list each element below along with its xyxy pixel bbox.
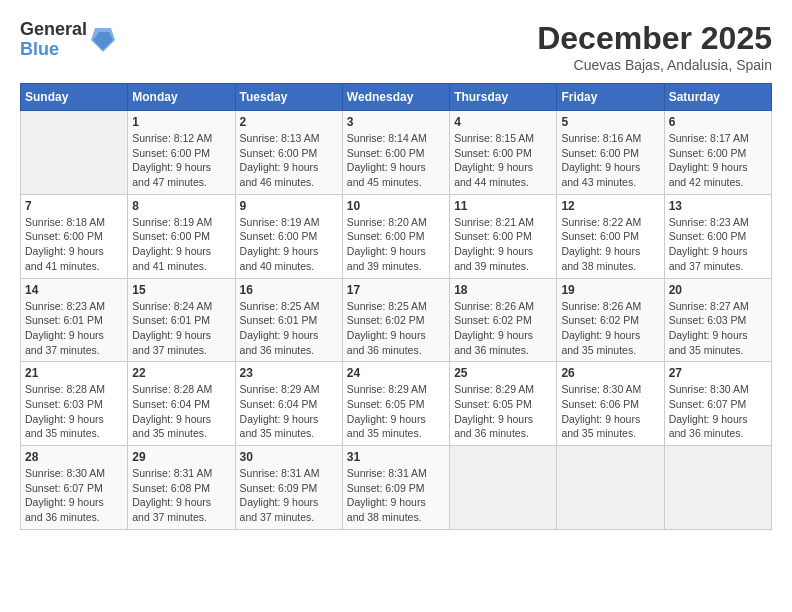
day-number: 1 — [132, 115, 230, 129]
column-header-saturday: Saturday — [664, 84, 771, 111]
calendar-cell: 30Sunrise: 8:31 AM Sunset: 6:09 PM Dayli… — [235, 446, 342, 530]
calendar-cell: 18Sunrise: 8:26 AM Sunset: 6:02 PM Dayli… — [450, 278, 557, 362]
calendar-cell: 31Sunrise: 8:31 AM Sunset: 6:09 PM Dayli… — [342, 446, 449, 530]
day-detail: Sunrise: 8:12 AM Sunset: 6:00 PM Dayligh… — [132, 131, 230, 190]
column-header-tuesday: Tuesday — [235, 84, 342, 111]
day-detail: Sunrise: 8:16 AM Sunset: 6:00 PM Dayligh… — [561, 131, 659, 190]
title-section: December 2025 Cuevas Bajas, Andalusia, S… — [537, 20, 772, 73]
day-detail: Sunrise: 8:29 AM Sunset: 6:04 PM Dayligh… — [240, 382, 338, 441]
day-number: 19 — [561, 283, 659, 297]
calendar-cell: 27Sunrise: 8:30 AM Sunset: 6:07 PM Dayli… — [664, 362, 771, 446]
calendar-header-row: SundayMondayTuesdayWednesdayThursdayFrid… — [21, 84, 772, 111]
day-number: 14 — [25, 283, 123, 297]
day-detail: Sunrise: 8:30 AM Sunset: 6:06 PM Dayligh… — [561, 382, 659, 441]
calendar-cell: 15Sunrise: 8:24 AM Sunset: 6:01 PM Dayli… — [128, 278, 235, 362]
day-detail: Sunrise: 8:30 AM Sunset: 6:07 PM Dayligh… — [669, 382, 767, 441]
day-detail: Sunrise: 8:17 AM Sunset: 6:00 PM Dayligh… — [669, 131, 767, 190]
day-number: 12 — [561, 199, 659, 213]
day-detail: Sunrise: 8:15 AM Sunset: 6:00 PM Dayligh… — [454, 131, 552, 190]
calendar-cell: 10Sunrise: 8:20 AM Sunset: 6:00 PM Dayli… — [342, 194, 449, 278]
calendar-week-5: 28Sunrise: 8:30 AM Sunset: 6:07 PM Dayli… — [21, 446, 772, 530]
day-number: 9 — [240, 199, 338, 213]
day-detail: Sunrise: 8:23 AM Sunset: 6:00 PM Dayligh… — [669, 215, 767, 274]
calendar-cell: 4Sunrise: 8:15 AM Sunset: 6:00 PM Daylig… — [450, 111, 557, 195]
column-header-wednesday: Wednesday — [342, 84, 449, 111]
day-detail: Sunrise: 8:29 AM Sunset: 6:05 PM Dayligh… — [454, 382, 552, 441]
logo: General Blue — [20, 20, 115, 60]
day-detail: Sunrise: 8:31 AM Sunset: 6:09 PM Dayligh… — [347, 466, 445, 525]
column-header-sunday: Sunday — [21, 84, 128, 111]
calendar-cell — [664, 446, 771, 530]
day-detail: Sunrise: 8:25 AM Sunset: 6:01 PM Dayligh… — [240, 299, 338, 358]
calendar-cell: 14Sunrise: 8:23 AM Sunset: 6:01 PM Dayli… — [21, 278, 128, 362]
day-number: 6 — [669, 115, 767, 129]
calendar-cell — [557, 446, 664, 530]
day-number: 7 — [25, 199, 123, 213]
day-number: 10 — [347, 199, 445, 213]
calendar-cell: 2Sunrise: 8:13 AM Sunset: 6:00 PM Daylig… — [235, 111, 342, 195]
calendar-week-1: 1Sunrise: 8:12 AM Sunset: 6:00 PM Daylig… — [21, 111, 772, 195]
day-detail: Sunrise: 8:13 AM Sunset: 6:00 PM Dayligh… — [240, 131, 338, 190]
day-number: 11 — [454, 199, 552, 213]
calendar-cell: 12Sunrise: 8:22 AM Sunset: 6:00 PM Dayli… — [557, 194, 664, 278]
day-detail: Sunrise: 8:21 AM Sunset: 6:00 PM Dayligh… — [454, 215, 552, 274]
day-detail: Sunrise: 8:31 AM Sunset: 6:08 PM Dayligh… — [132, 466, 230, 525]
day-detail: Sunrise: 8:18 AM Sunset: 6:00 PM Dayligh… — [25, 215, 123, 274]
calendar-cell — [450, 446, 557, 530]
calendar-cell: 11Sunrise: 8:21 AM Sunset: 6:00 PM Dayli… — [450, 194, 557, 278]
day-detail: Sunrise: 8:27 AM Sunset: 6:03 PM Dayligh… — [669, 299, 767, 358]
day-number: 16 — [240, 283, 338, 297]
day-number: 22 — [132, 366, 230, 380]
calendar-table: SundayMondayTuesdayWednesdayThursdayFrid… — [20, 83, 772, 530]
calendar-cell: 8Sunrise: 8:19 AM Sunset: 6:00 PM Daylig… — [128, 194, 235, 278]
day-detail: Sunrise: 8:22 AM Sunset: 6:00 PM Dayligh… — [561, 215, 659, 274]
calendar-cell: 3Sunrise: 8:14 AM Sunset: 6:00 PM Daylig… — [342, 111, 449, 195]
column-header-thursday: Thursday — [450, 84, 557, 111]
logo-general: General — [20, 20, 87, 40]
day-detail: Sunrise: 8:26 AM Sunset: 6:02 PM Dayligh… — [561, 299, 659, 358]
calendar-cell: 29Sunrise: 8:31 AM Sunset: 6:08 PM Dayli… — [128, 446, 235, 530]
calendar-cell: 9Sunrise: 8:19 AM Sunset: 6:00 PM Daylig… — [235, 194, 342, 278]
calendar-cell: 26Sunrise: 8:30 AM Sunset: 6:06 PM Dayli… — [557, 362, 664, 446]
day-number: 26 — [561, 366, 659, 380]
calendar-cell: 13Sunrise: 8:23 AM Sunset: 6:00 PM Dayli… — [664, 194, 771, 278]
day-number: 21 — [25, 366, 123, 380]
calendar-cell: 7Sunrise: 8:18 AM Sunset: 6:00 PM Daylig… — [21, 194, 128, 278]
day-number: 30 — [240, 450, 338, 464]
calendar-cell: 21Sunrise: 8:28 AM Sunset: 6:03 PM Dayli… — [21, 362, 128, 446]
day-number: 29 — [132, 450, 230, 464]
day-number: 8 — [132, 199, 230, 213]
day-number: 4 — [454, 115, 552, 129]
day-detail: Sunrise: 8:28 AM Sunset: 6:04 PM Dayligh… — [132, 382, 230, 441]
calendar-cell — [21, 111, 128, 195]
day-number: 5 — [561, 115, 659, 129]
logo-blue: Blue — [20, 40, 87, 60]
calendar-cell: 1Sunrise: 8:12 AM Sunset: 6:00 PM Daylig… — [128, 111, 235, 195]
day-number: 27 — [669, 366, 767, 380]
calendar-cell: 22Sunrise: 8:28 AM Sunset: 6:04 PM Dayli… — [128, 362, 235, 446]
day-number: 17 — [347, 283, 445, 297]
day-number: 20 — [669, 283, 767, 297]
day-detail: Sunrise: 8:19 AM Sunset: 6:00 PM Dayligh… — [240, 215, 338, 274]
calendar-cell: 24Sunrise: 8:29 AM Sunset: 6:05 PM Dayli… — [342, 362, 449, 446]
calendar-cell: 5Sunrise: 8:16 AM Sunset: 6:00 PM Daylig… — [557, 111, 664, 195]
calendar-cell: 25Sunrise: 8:29 AM Sunset: 6:05 PM Dayli… — [450, 362, 557, 446]
calendar-cell: 17Sunrise: 8:25 AM Sunset: 6:02 PM Dayli… — [342, 278, 449, 362]
day-number: 18 — [454, 283, 552, 297]
calendar-cell: 28Sunrise: 8:30 AM Sunset: 6:07 PM Dayli… — [21, 446, 128, 530]
calendar-week-2: 7Sunrise: 8:18 AM Sunset: 6:00 PM Daylig… — [21, 194, 772, 278]
calendar-cell: 23Sunrise: 8:29 AM Sunset: 6:04 PM Dayli… — [235, 362, 342, 446]
day-detail: Sunrise: 8:19 AM Sunset: 6:00 PM Dayligh… — [132, 215, 230, 274]
day-number: 28 — [25, 450, 123, 464]
calendar-cell: 16Sunrise: 8:25 AM Sunset: 6:01 PM Dayli… — [235, 278, 342, 362]
day-detail: Sunrise: 8:25 AM Sunset: 6:02 PM Dayligh… — [347, 299, 445, 358]
day-number: 13 — [669, 199, 767, 213]
day-number: 24 — [347, 366, 445, 380]
calendar-week-3: 14Sunrise: 8:23 AM Sunset: 6:01 PM Dayli… — [21, 278, 772, 362]
day-number: 15 — [132, 283, 230, 297]
day-number: 3 — [347, 115, 445, 129]
day-detail: Sunrise: 8:20 AM Sunset: 6:00 PM Dayligh… — [347, 215, 445, 274]
day-detail: Sunrise: 8:31 AM Sunset: 6:09 PM Dayligh… — [240, 466, 338, 525]
page-header: General Blue December 2025 Cuevas Bajas,… — [20, 20, 772, 73]
subtitle: Cuevas Bajas, Andalusia, Spain — [537, 57, 772, 73]
